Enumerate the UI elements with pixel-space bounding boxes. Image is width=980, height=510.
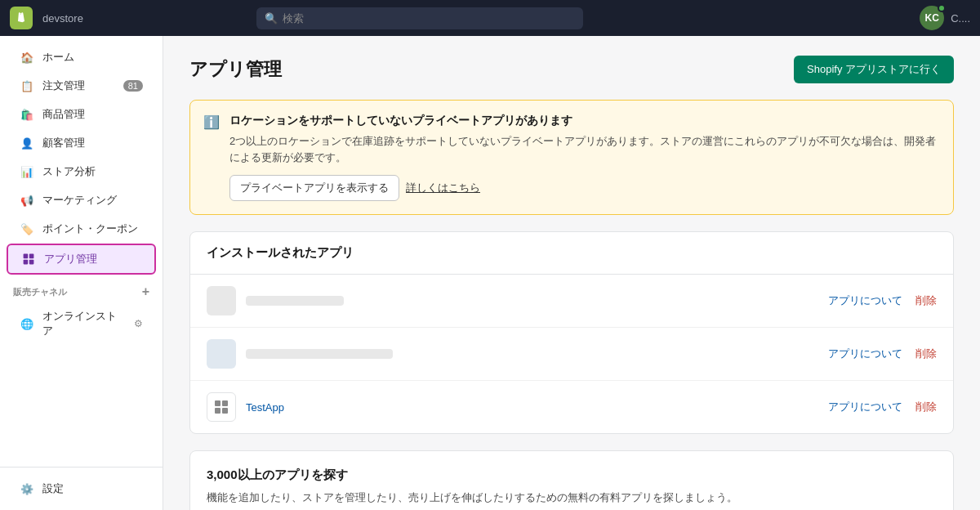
installed-apps-header: インストールされたアプリ bbox=[190, 232, 953, 275]
page-title: アプリ管理 bbox=[189, 57, 282, 82]
sidebar-item-analytics[interactable]: 📊 ストア分析 bbox=[7, 158, 156, 186]
warning-banner: ℹ️ ロケーションをサポートしていないプライベートアプリがあります 2つ以上のロ… bbox=[189, 100, 954, 215]
products-icon: 🛍️ bbox=[20, 107, 34, 122]
find-apps-card: 3,000以上のアプリを探す 機能を追加したり、ストアを管理したり、売り上げを伸… bbox=[189, 450, 954, 510]
username: C.... bbox=[951, 12, 970, 25]
sidebar-item-products[interactable]: 🛍️ 商品管理 bbox=[7, 101, 156, 128]
sidebar-nav: 🏠 ホーム 📋 注文管理 81 🛍️ 商品管理 👤 顧客管理 📊 ストア分析 bbox=[0, 36, 163, 467]
settings-icon: ⚙️ bbox=[20, 481, 34, 496]
online-store-settings-icon[interactable]: ⚙ bbox=[134, 318, 143, 329]
app-delete-button-1[interactable]: 削除 bbox=[915, 293, 937, 308]
svg-rect-0 bbox=[24, 254, 29, 259]
sidebar-item-apps[interactable]: アプリ管理 bbox=[7, 244, 156, 275]
sales-channels-section: 販売チャネル + bbox=[0, 275, 163, 302]
app-name-area-3: TestApp bbox=[246, 401, 818, 414]
table-row: アプリについて 削除 bbox=[190, 328, 953, 381]
main-content: アプリ管理 Shopify アプリストアに行く ℹ️ ロケーションをサポートして… bbox=[163, 36, 980, 510]
sidebar-item-home[interactable]: 🏠 ホーム bbox=[7, 43, 156, 71]
svg-rect-7 bbox=[222, 408, 228, 414]
app-name-area-2 bbox=[246, 349, 818, 359]
page-header: アプリ管理 Shopify アプリストアに行く bbox=[189, 56, 954, 83]
svg-rect-4 bbox=[215, 400, 220, 406]
warning-actions: プライベートアプリを表示する 詳しくはこちら bbox=[229, 175, 940, 201]
sidebar-item-settings[interactable]: ⚙️ 設定 bbox=[7, 475, 156, 503]
app-about-link-3[interactable]: アプリについて bbox=[828, 400, 902, 414]
app-about-link-2[interactable]: アプリについて bbox=[828, 347, 902, 361]
warning-details-link[interactable]: 詳しくはこちら bbox=[406, 175, 480, 201]
app-icon-3 bbox=[207, 392, 236, 422]
app-name-3[interactable]: TestApp bbox=[246, 401, 284, 414]
sidebar-item-marketing[interactable]: 📢 マーケティング bbox=[7, 186, 156, 214]
svg-rect-6 bbox=[215, 408, 220, 414]
warning-icon: ℹ️ bbox=[203, 114, 220, 201]
search-input[interactable] bbox=[256, 7, 583, 29]
app-actions-1: アプリについて 削除 bbox=[828, 293, 937, 308]
discounts-icon: 🏷️ bbox=[20, 221, 34, 236]
table-row: TestApp アプリについて 削除 bbox=[190, 381, 953, 433]
app-delete-button-2[interactable]: 削除 bbox=[915, 347, 937, 361]
warning-content: ロケーションをサポートしていないプライベートアプリがあります 2つ以上のロケーシ… bbox=[229, 114, 940, 201]
store-name: devstore bbox=[42, 12, 83, 25]
apps-icon bbox=[21, 252, 36, 266]
sidebar-item-customers[interactable]: 👤 顧客管理 bbox=[7, 129, 156, 157]
app-name-placeholder-2 bbox=[246, 349, 393, 359]
app-icon-1 bbox=[207, 286, 236, 315]
search-bar[interactable]: 🔍 bbox=[256, 7, 583, 29]
customers-icon: 👤 bbox=[20, 136, 34, 150]
add-sales-channel-button[interactable]: + bbox=[142, 285, 149, 298]
svg-rect-2 bbox=[24, 260, 29, 265]
warning-text: 2つ以上のロケーションで在庫追跡をサポートしていないプライベートアプリがあります… bbox=[229, 133, 940, 165]
app-icon-2 bbox=[207, 339, 236, 369]
app-name-area-1 bbox=[246, 296, 818, 306]
online-store-icon: 🌐 bbox=[20, 316, 34, 331]
search-icon: 🔍 bbox=[265, 12, 278, 25]
app-actions-3: アプリについて 削除 bbox=[828, 400, 937, 414]
app-about-link-1[interactable]: アプリについて bbox=[828, 293, 902, 308]
analytics-icon: 📊 bbox=[20, 164, 34, 179]
avatar-online-badge bbox=[938, 4, 946, 12]
home-icon: 🏠 bbox=[20, 50, 34, 65]
shopify-store-button[interactable]: Shopify アプリストアに行く bbox=[794, 56, 954, 83]
sidebar-item-orders[interactable]: 📋 注文管理 81 bbox=[7, 72, 156, 100]
show-private-apps-button[interactable]: プライベートアプリを表示する bbox=[229, 175, 399, 201]
shopify-logo bbox=[10, 7, 33, 29]
sidebar-footer: ⚙️ 設定 bbox=[0, 467, 163, 510]
topbar-right: KC C.... bbox=[920, 6, 970, 30]
orders-badge: 81 bbox=[123, 80, 143, 92]
svg-rect-3 bbox=[29, 260, 34, 265]
installed-apps-body: アプリについて 削除 アプリについて 削除 bbox=[190, 275, 953, 433]
app-name-placeholder-1 bbox=[246, 296, 344, 306]
svg-rect-1 bbox=[29, 254, 34, 259]
marketing-icon: 📢 bbox=[20, 193, 34, 208]
installed-apps-card: インストールされたアプリ アプリについて 削除 bbox=[189, 231, 954, 434]
sidebar: 🏠 ホーム 📋 注文管理 81 🛍️ 商品管理 👤 顧客管理 📊 ストア分析 bbox=[0, 36, 163, 510]
warning-title: ロケーションをサポートしていないプライベートアプリがあります bbox=[229, 114, 940, 128]
topbar: devstore 🔍 KC C.... bbox=[0, 0, 980, 36]
sidebar-item-discounts[interactable]: 🏷️ ポイント・クーポン bbox=[7, 215, 156, 243]
sidebar-item-online-store[interactable]: 🌐 オンラインストア ⚙ bbox=[7, 302, 156, 345]
find-apps-title: 3,000以上のアプリを探す bbox=[207, 468, 937, 483]
avatar: KC bbox=[920, 6, 944, 30]
svg-rect-5 bbox=[222, 400, 228, 406]
table-row: アプリについて 削除 bbox=[190, 275, 953, 328]
find-apps-section: 3,000以上のアプリを探す 機能を追加したり、ストアを管理したり、売り上げを伸… bbox=[190, 451, 953, 510]
app-actions-2: アプリについて 削除 bbox=[828, 347, 937, 361]
orders-icon: 📋 bbox=[20, 78, 34, 93]
find-apps-desc: 機能を追加したり、ストアを管理したり、売り上げを伸ばしたりするための無料の有料ア… bbox=[207, 490, 937, 506]
app-delete-button-3[interactable]: 削除 bbox=[915, 400, 937, 414]
